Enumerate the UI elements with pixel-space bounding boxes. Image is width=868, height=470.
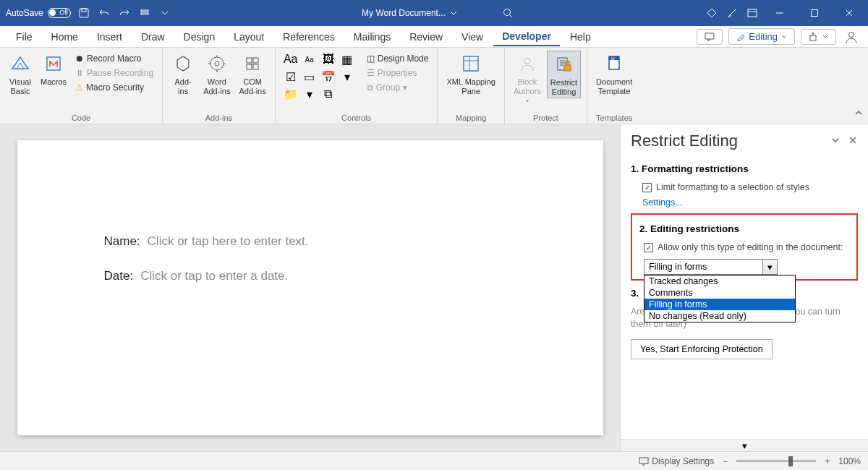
restrict-editing-button[interactable]: Restrict Editing xyxy=(547,51,581,98)
tab-insert[interactable]: Insert xyxy=(88,28,131,46)
date-picker-control-icon[interactable]: 📅 xyxy=(319,68,338,85)
com-addins-button[interactable]: COM Add-ins xyxy=(236,51,268,97)
section-3-num: 3. xyxy=(631,288,639,299)
document-template-label: Document Template xyxy=(596,77,632,95)
tab-review[interactable]: Review xyxy=(401,28,451,46)
svg-rect-13 xyxy=(247,58,252,63)
limit-formatting-checkbox[interactable]: ✓ xyxy=(642,183,652,192)
save-icon[interactable] xyxy=(77,6,91,20)
account-button[interactable] xyxy=(842,27,861,46)
legacy-tools-icon[interactable]: 📁 xyxy=(281,85,300,103)
macro-security-button[interactable]: ⚠Macro Security xyxy=(72,81,156,94)
svg-rect-8 xyxy=(810,35,816,40)
zoom-out-button[interactable]: − xyxy=(723,456,728,466)
combo-option-nochanges[interactable]: No changes (Read only) xyxy=(644,310,795,322)
plain-text-control-icon[interactable]: Aa xyxy=(300,51,319,68)
word-addins-button[interactable]: Word Add-ins xyxy=(200,51,233,97)
redo-icon[interactable] xyxy=(117,6,132,20)
tab-design[interactable]: Design xyxy=(175,28,224,46)
close-button[interactable] xyxy=(835,0,864,26)
com-addins-label: COM Add-ins xyxy=(239,77,265,95)
document-title-text: My Word Document... xyxy=(362,8,446,18)
macros-label: Macros xyxy=(41,77,67,87)
more-controls-icon[interactable]: ▾ xyxy=(338,68,357,85)
checkbox-control-icon[interactable]: ☑ xyxy=(281,68,300,85)
com-addins-icon xyxy=(241,52,264,75)
document-pane[interactable]: Name: Click or tap here to enter text. D… xyxy=(0,124,620,451)
panel-scroll[interactable]: ▾ xyxy=(621,439,868,451)
svg-point-4 xyxy=(503,9,510,16)
qat-overflow-icon[interactable] xyxy=(137,6,152,20)
pause-icon: ⏸ xyxy=(75,68,84,78)
chevron-down-icon xyxy=(781,34,787,40)
macros-icon xyxy=(42,52,65,75)
svg-rect-14 xyxy=(253,58,258,63)
zoom-level[interactable]: 100% xyxy=(838,456,861,466)
settings-link[interactable]: Settings... xyxy=(631,195,858,210)
dropdown-control-icon[interactable]: ▾ xyxy=(300,85,319,103)
zoom-in-button[interactable]: + xyxy=(825,456,830,466)
tab-layout[interactable]: Layout xyxy=(225,28,273,46)
limit-formatting-label: Limit formatting to a selection of style… xyxy=(656,182,809,192)
design-mode-button[interactable]: ◫Design Mode xyxy=(364,52,432,65)
autosave-toggle[interactable]: AutoSave xyxy=(6,8,71,18)
editing-type-combo[interactable]: Filling in forms ▾ Tracked changes Comme… xyxy=(644,259,778,275)
xml-mapping-button[interactable]: XML Mapping Pane xyxy=(443,51,498,97)
maximize-button[interactable] xyxy=(800,0,829,26)
comments-button[interactable] xyxy=(697,29,723,45)
tab-file[interactable]: File xyxy=(7,28,41,46)
combo-option-tracked[interactable]: Tracked changes xyxy=(644,275,795,287)
svg-rect-2 xyxy=(141,10,148,12)
panel-close-button[interactable] xyxy=(848,135,858,148)
title-bar: AutoSave My Word Document... xyxy=(0,0,868,26)
block-authors-button[interactable]: Block Authors▾ xyxy=(511,51,544,106)
tab-draw[interactable]: Draw xyxy=(132,28,174,46)
tab-view[interactable]: View xyxy=(453,28,492,46)
rich-text-control-icon[interactable]: Aa xyxy=(281,51,300,68)
group-templates: WDocument Template Templates xyxy=(587,48,641,124)
qat-dropdown-icon[interactable] xyxy=(158,6,172,20)
combo-option-comments[interactable]: Comments xyxy=(644,287,795,299)
diamond-icon[interactable] xyxy=(705,6,719,20)
autosave-label: AutoSave xyxy=(6,8,43,18)
group-button: ⧉Group ▾ xyxy=(364,81,432,94)
svg-rect-5 xyxy=(748,9,757,17)
share-button[interactable] xyxy=(801,29,836,45)
document-template-button[interactable]: WDocument Template xyxy=(593,51,635,97)
record-icon: ⏺ xyxy=(75,54,84,64)
record-macro-button[interactable]: ⏺Record Macro xyxy=(72,52,156,65)
allow-only-checkbox[interactable]: ✓ xyxy=(644,243,653,252)
tab-mailings[interactable]: Mailings xyxy=(345,28,399,46)
panel-options-button[interactable] xyxy=(830,135,841,148)
zoom-slider[interactable] xyxy=(736,460,816,462)
tab-references[interactable]: References xyxy=(274,28,344,46)
visual-basic-button[interactable]: Visual Basic xyxy=(6,51,35,97)
word-addins-icon xyxy=(205,52,229,75)
date-placeholder[interactable]: Click or tap to enter a date. xyxy=(140,269,288,283)
repeating-section-icon[interactable]: ⧉ xyxy=(319,85,338,103)
search-icon[interactable] xyxy=(501,6,515,20)
window-icon[interactable] xyxy=(745,6,760,20)
tab-developer[interactable]: Developer xyxy=(493,27,560,46)
warning-icon: ⚠ xyxy=(75,82,83,93)
minimize-button[interactable] xyxy=(765,0,794,26)
name-placeholder[interactable]: Click or tap here to enter text. xyxy=(148,234,309,249)
collapse-ribbon-button[interactable] xyxy=(854,108,864,121)
addins-button[interactable]: Add- ins xyxy=(169,51,197,97)
tab-home[interactable]: Home xyxy=(43,28,87,46)
pause-recording-label: Pause Recording xyxy=(87,68,153,78)
undo-icon[interactable] xyxy=(97,6,111,20)
brush-icon[interactable] xyxy=(725,6,739,20)
document-title[interactable]: My Word Document... xyxy=(362,8,457,18)
enforce-protection-button[interactable]: Yes, Start Enforcing Protection xyxy=(631,339,773,359)
display-settings-button[interactable]: Display Settings xyxy=(639,456,714,466)
macros-button[interactable]: Macros xyxy=(38,51,69,88)
editing-mode-button[interactable]: Editing xyxy=(728,28,795,45)
combobox-control-icon[interactable]: ▭ xyxy=(300,68,319,85)
picture-control-icon[interactable]: 🖼 xyxy=(319,51,338,68)
building-block-control-icon[interactable]: ▦ xyxy=(338,51,357,68)
svg-point-18 xyxy=(524,58,530,64)
svg-rect-6 xyxy=(812,10,818,17)
combo-option-filling[interactable]: Filling in forms xyxy=(644,299,795,310)
tab-help[interactable]: Help xyxy=(561,28,600,46)
